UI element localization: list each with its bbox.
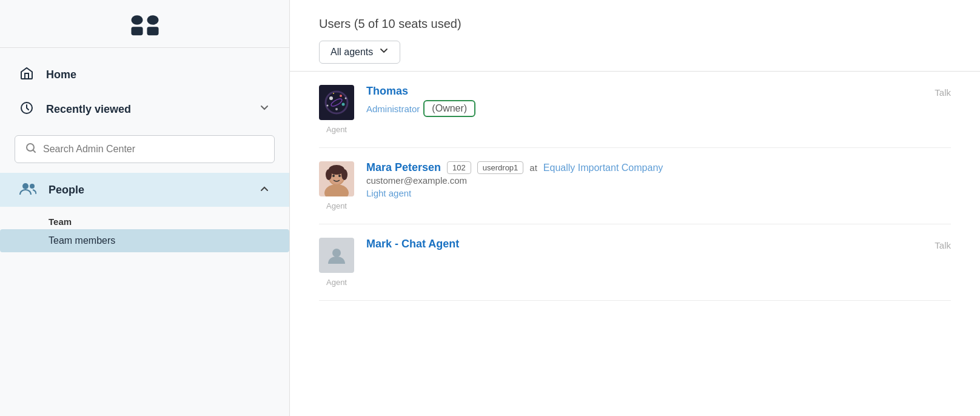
home-icon [19,66,34,84]
mara-badge-102: 102 [447,161,471,174]
thomas-name: Thomas [366,85,408,98]
user-list: Agent Thomas Administrator (Owner) Talk [290,72,980,301]
svg-point-12 [327,105,329,107]
search-box[interactable] [15,135,275,163]
avatar [319,238,354,273]
thomas-name-row: Thomas [366,85,922,98]
mark-name-row: Mark - Chat Agent [366,238,922,250]
recently-viewed-label: Recently viewed [46,103,131,116]
mara-role: Light agent [366,188,411,198]
svg-point-13 [342,103,345,106]
user-avatar-col-mark: Agent [319,238,354,287]
mara-role-row: Light agent [366,188,951,198]
home-label: Home [46,69,76,81]
mara-email: customer@example.com [366,175,951,186]
svg-point-16 [345,98,347,99]
mark-avatar-placeholder-icon [327,246,346,265]
search-icon [25,142,37,156]
svg-rect-8 [319,85,354,120]
sidebar-item-home[interactable]: Home [0,58,289,92]
clock-icon [19,101,34,118]
svg-point-25 [332,175,335,177]
svg-rect-3 [147,27,158,35]
mara-agent-label: Agent [326,199,347,210]
svg-point-26 [338,175,341,177]
svg-point-15 [333,93,334,94]
thomas-role-row: Administrator (Owner) [366,100,922,117]
mara-info: Mara Petersen 102 userdrop1 at Equally I… [366,161,951,198]
avatar [319,85,354,120]
svg-point-24 [341,169,347,180]
mara-company: Equally Important Company [543,163,663,173]
thomas-avatar-image [319,85,354,120]
svg-point-27 [332,249,341,257]
svg-point-14 [335,108,338,110]
sidebar: Home Recently viewed [0,0,290,416]
team-members-label: Team members [49,235,115,246]
people-icon [19,181,36,198]
owner-badge: (Owner) [423,100,475,117]
main-content: Users (5 of 10 seats used) All agents [290,0,980,416]
search-input[interactable] [43,144,264,155]
svg-point-7 [30,184,35,189]
users-title: Users (5 of 10 seats used) [319,17,951,31]
user-avatar-col-mara: Agent [319,161,354,210]
svg-point-23 [326,169,332,180]
mark-name: Mark - Chat Agent [366,238,459,250]
thomas-product: Talk [935,85,951,98]
svg-rect-0 [131,15,143,25]
table-row: Agent Mara Petersen 102 userdrop1 at Equ… [319,148,951,224]
sidebar-logo [0,0,289,48]
mara-name: Mara Petersen [366,161,441,174]
chevron-down-icon [259,102,270,116]
svg-point-5 [27,144,34,151]
mark-agent-label: Agent [326,275,347,287]
main-header: Users (5 of 10 seats used) All agents [290,0,980,72]
dropdown-chevron-icon [379,46,389,58]
filter-dropdown[interactable]: All agents [319,41,400,64]
thomas-role: Administrator [366,104,420,114]
search-container [0,127,289,173]
thomas-info: Thomas Administrator (Owner) [366,85,922,117]
svg-rect-1 [131,27,143,35]
svg-rect-2 [147,15,158,25]
sidebar-item-people[interactable]: People [0,173,289,207]
mara-avatar-image [319,161,354,196]
sidebar-item-recently-viewed[interactable]: Recently viewed [0,92,289,127]
chevron-up-icon [259,183,270,196]
mark-info: Mark - Chat Agent [366,238,922,250]
avatar [319,161,354,196]
team-group-label: Team [0,213,289,229]
user-avatar-col-thomas: Agent [319,85,354,134]
sidebar-item-team-members[interactable]: Team members [0,229,289,252]
people-submenu: Team Team members [0,207,289,252]
mara-name-row: Mara Petersen 102 userdrop1 at Equally I… [366,161,951,174]
zendesk-logo-icon [129,12,161,36]
table-row: Agent Thomas Administrator (Owner) Talk [319,72,951,148]
people-label: People [49,184,247,196]
mark-product: Talk [935,238,951,250]
table-row: Agent Mark - Chat Agent Talk [319,224,951,301]
svg-point-10 [329,96,333,100]
sidebar-navigation: Home Recently viewed [0,48,289,252]
filter-label: All agents [331,47,373,58]
mara-badge-userdrop: userdrop1 [477,161,524,174]
svg-point-6 [22,183,29,189]
thomas-agent-label: Agent [326,122,347,134]
svg-point-11 [340,95,342,97]
at-label: at [529,163,537,173]
